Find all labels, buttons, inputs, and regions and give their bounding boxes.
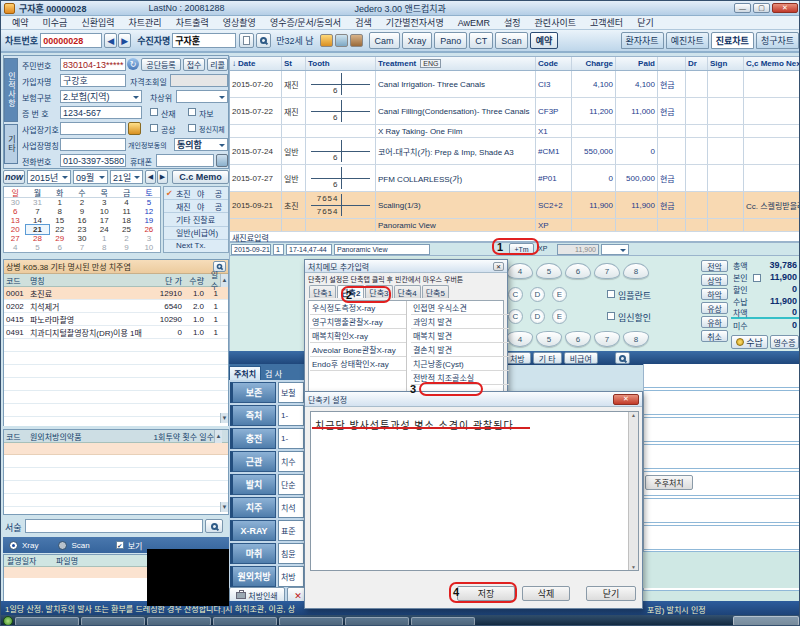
taskbar-button[interactable] [213, 617, 277, 626]
phone-icon[interactable] [216, 154, 228, 167]
calendar-day[interactable]: 10 [93, 207, 115, 216]
procedure-sub-button[interactable]: 처방 [278, 566, 304, 587]
imaging-button[interactable]: CT [469, 32, 493, 49]
visit-type-row[interactable]: 일반(비급여) [164, 227, 228, 240]
memo-item[interactable]: 우식정도측정X-ray [310, 301, 406, 315]
document-icon[interactable] [239, 33, 254, 48]
taskbar-button[interactable] [411, 617, 475, 626]
procedure-category-button[interactable]: 원외처방 [230, 566, 276, 587]
calendar-day[interactable]: 23 [71, 225, 93, 234]
calendar-day[interactable]: 25 [115, 225, 137, 234]
calendar-day[interactable]: 1 [93, 234, 115, 243]
next-patient-button[interactable]: ▶ [118, 33, 131, 48]
calendar-day[interactable]: 16 [71, 216, 93, 225]
memo-item[interactable]: 매복치 발견 [411, 329, 509, 343]
view-checkbox[interactable]: ✔ [116, 541, 124, 549]
self-pay-checkbox[interactable] [753, 274, 761, 282]
tooth-button[interactable]: 7 [594, 263, 620, 279]
patient-name-input[interactable]: 구자훈 [172, 33, 236, 48]
calendar-day[interactable]: 2 [71, 198, 93, 207]
procedure-sub-button[interactable]: 단순 [278, 474, 304, 495]
chart-tab[interactable]: 청구차트 [756, 32, 799, 49]
procedure-sub-button[interactable]: 1- [278, 428, 304, 449]
tooth-button[interactable]: 6 [565, 263, 591, 279]
memo-item[interactable]: 인접면 우식소견 [411, 301, 509, 315]
arch-button[interactable]: 상악 [701, 274, 728, 286]
scan-radio[interactable] [58, 541, 67, 550]
code-table-row[interactable]: 0001초진료 129101.0 1 [4, 287, 228, 300]
menu-item[interactable]: 설정 [497, 16, 528, 29]
implant-checkbox[interactable] [607, 290, 615, 298]
memo-item[interactable]: Alveolar Bone관찰X-ray [310, 343, 406, 357]
recall-button[interactable]: 리콜 [207, 58, 228, 71]
minimize-button[interactable]: — [734, 3, 751, 13]
menu-item[interactable]: 관련사이트 [528, 16, 583, 29]
tooth-button[interactable]: 4 [507, 263, 533, 279]
prev-day-button[interactable]: ◀ [145, 170, 156, 184]
eng-badge[interactable]: ENG [420, 59, 441, 68]
visit-type-row[interactable]: ✔ 초진 야 공 [164, 187, 228, 200]
prev-patient-button[interactable]: ◀ [104, 33, 117, 48]
chart-no-input[interactable]: 00000028 [40, 33, 102, 48]
calendar-day[interactable]: 22 [49, 225, 71, 234]
edit-teeth-field[interactable]: 17-14,47-44 [286, 244, 332, 255]
delete-button[interactable]: 삭제 [522, 586, 570, 601]
scroll-down-icon[interactable]: ▼ [629, 564, 638, 570]
tooth-button[interactable]: E [552, 287, 567, 302]
save-button[interactable]: 저장 [457, 586, 515, 601]
calendar-day[interactable]: 17 [93, 216, 115, 225]
visit-type-row[interactable]: 기타 진찰료 [164, 213, 228, 226]
tooth-button[interactable]: 6 [565, 331, 591, 347]
calendar-day[interactable]: 9 [71, 207, 93, 216]
menu-item[interactable]: 고객센터 [583, 16, 630, 29]
edit-amount-field[interactable]: 11,900 [557, 244, 599, 255]
shortcut-tab[interactable]: 단축1 [309, 285, 336, 298]
tooth-button[interactable]: E [552, 309, 567, 324]
calendar-day[interactable]: 8 [93, 243, 115, 252]
sanjae-checkbox[interactable] [150, 108, 158, 116]
treatment-row[interactable]: 2015-07-22 재진 6 Canal Filling(Condensati… [230, 98, 800, 125]
tooth-button[interactable]: C [508, 287, 523, 302]
pay-button[interactable]: 수납 [731, 335, 768, 349]
treatment-row[interactable]: 2015-07-20 재진 6 Canal Irrigation- Three … [230, 71, 800, 98]
system-tray[interactable] [733, 616, 799, 626]
tooth-button[interactable]: 8 [623, 263, 649, 279]
phone-input[interactable]: 010-3397-3580 [60, 154, 126, 167]
xray-radio[interactable] [9, 541, 18, 550]
calendar-day[interactable]: 27 [4, 234, 26, 243]
rx-empty-row[interactable] [4, 443, 228, 455]
imaging-button[interactable]: Pano [434, 32, 467, 49]
menu-item[interactable]: AwEMR [451, 18, 497, 28]
procedure-category-button[interactable]: 즉처 [230, 405, 276, 426]
visit-type-row[interactable]: 재진 야 공 [164, 200, 228, 213]
calendar-day[interactable]: 31 [26, 198, 48, 207]
procedure-category-button[interactable]: 마취 [230, 543, 276, 564]
arch-button[interactable]: 유상 [701, 302, 728, 314]
code-table-row[interactable]: 0202치석제거 65402.0 1 [4, 300, 228, 313]
menu-item[interactable]: 예약 [5, 16, 36, 29]
tooth-button[interactable]: D [530, 287, 545, 302]
calendar-day[interactable]: 4 [4, 243, 26, 252]
calendar-day[interactable]: 8 [49, 207, 71, 216]
calendar-day[interactable]: 20 [4, 225, 26, 234]
calendar-day[interactable]: 24 [93, 225, 115, 234]
scroll-up-icon[interactable]: ▲ [629, 412, 638, 418]
procedure-category-button[interactable]: 근관 [230, 451, 276, 472]
imaging-button[interactable]: Xray [402, 32, 433, 49]
scroll-down-icon[interactable]: ▼ [220, 502, 228, 512]
treatment-row[interactable]: Panoramic View XP [230, 219, 800, 232]
arch-button[interactable]: 취소 [701, 330, 728, 342]
memo-item[interactable]: Endo후 상태확인X-ray [310, 357, 406, 371]
day-select[interactable]: 21일 [110, 170, 143, 184]
visit-type-row[interactable]: Next Tx. [164, 240, 228, 252]
jeongsin-checkbox[interactable] [188, 124, 196, 132]
memo-item[interactable]: 매복치확인X-ray [310, 329, 406, 343]
arch-button[interactable]: 유하 [701, 316, 728, 328]
close-icon[interactable]: ✕ [613, 394, 639, 405]
chart-tab[interactable]: 예진차트 [666, 32, 709, 49]
menu-item[interactable]: 영수증/문서/동의서 [263, 16, 348, 29]
side-tab[interactable]: 비급여 [564, 352, 598, 364]
tooth-button[interactable]: 7 [594, 331, 620, 347]
pregnancy-discount-checkbox[interactable] [607, 312, 615, 320]
calendar-day[interactable]: 15 [49, 216, 71, 225]
